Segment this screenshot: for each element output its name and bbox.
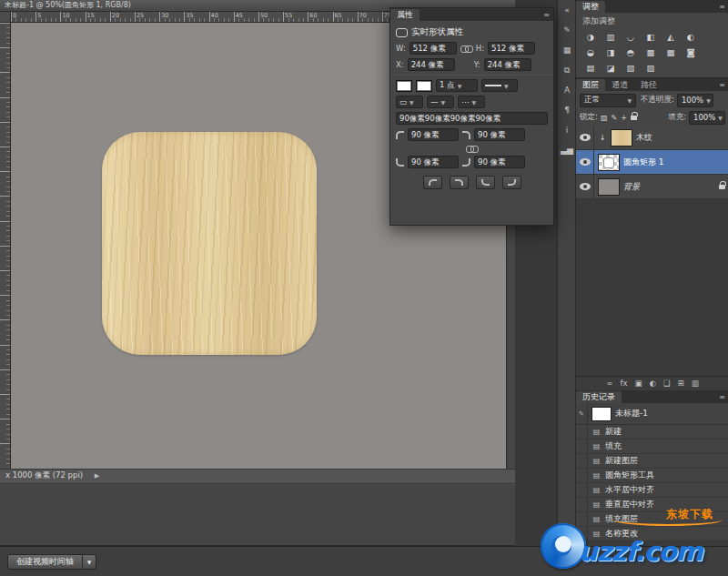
lock-all-icon[interactable] bbox=[631, 116, 637, 120]
status-flyout-arrow-icon[interactable]: ▶ bbox=[95, 472, 99, 480]
color-lookup-icon[interactable]: ▦ bbox=[661, 45, 681, 60]
brightness-contrast-icon[interactable]: ◑ bbox=[581, 29, 601, 45]
panel-menu-icon[interactable]: ≡ bbox=[543, 11, 550, 19]
histogram-panel-icon[interactable]: ▃▅ bbox=[558, 140, 576, 160]
link-layers-icon[interactable]: ∞ bbox=[606, 379, 612, 388]
opacity-dropdown[interactable]: 100%▼ bbox=[677, 94, 713, 107]
history-brush-source-cell[interactable]: ✎ bbox=[576, 403, 588, 424]
swatches-icon[interactable]: ▦ bbox=[558, 40, 576, 60]
history-source-cell[interactable] bbox=[576, 440, 588, 453]
photo-filter-icon[interactable]: ◓ bbox=[621, 45, 641, 60]
layer-mask-icon[interactable]: ▣ bbox=[634, 379, 642, 388]
layer-thumbnail[interactable] bbox=[611, 129, 632, 147]
ruler-origin-corner[interactable] bbox=[0, 12, 11, 23]
exposure-icon[interactable]: ◧ bbox=[641, 29, 661, 45]
stroke-corner-dropdown[interactable]: ⋯▼ bbox=[458, 96, 485, 108]
history-source-cell[interactable] bbox=[576, 483, 588, 497]
stroke-cap-dropdown[interactable]: —▼ bbox=[427, 96, 454, 108]
corner-radius-summary-field[interactable]: 90像素90像素90像素90像素 bbox=[396, 112, 548, 125]
layer-row-rounded-rectangle[interactable]: 圆角矩形 1 bbox=[576, 150, 728, 175]
radius-top-left-field[interactable]: 90 像素 bbox=[408, 128, 459, 141]
history-entry[interactable]: 填充 bbox=[576, 440, 728, 454]
lock-transparency-icon[interactable]: ▨ bbox=[601, 114, 608, 122]
tab-channels[interactable]: 通道 bbox=[605, 79, 634, 91]
history-entry[interactable]: 新建图层 bbox=[576, 454, 728, 469]
eye-icon[interactable] bbox=[580, 183, 591, 190]
history-source-cell[interactable] bbox=[576, 454, 588, 468]
panel-menu-icon[interactable]: ≡ bbox=[719, 393, 725, 401]
history-source-cell[interactable] bbox=[576, 469, 588, 482]
tab-properties[interactable]: 属性 bbox=[390, 9, 420, 21]
history-source-cell[interactable] bbox=[576, 425, 588, 439]
history-step-name[interactable]: 水平居中对齐 bbox=[605, 484, 654, 496]
black-white-icon[interactable]: ◨ bbox=[601, 45, 621, 60]
levels-icon[interactable]: ▥ bbox=[601, 29, 621, 45]
layer-style-icon[interactable]: fx bbox=[620, 379, 627, 388]
vertical-ruler[interactable] bbox=[0, 23, 11, 469]
x-field[interactable]: 244 像素 bbox=[408, 58, 455, 71]
panel-menu-icon[interactable]: ≡ bbox=[719, 3, 725, 11]
visibility-cell[interactable] bbox=[576, 126, 594, 149]
eye-icon[interactable] bbox=[580, 134, 591, 141]
layer-row-wood[interactable]: ↓ 木纹 bbox=[576, 126, 728, 150]
radius-bottom-right-field[interactable]: 90 像素 bbox=[474, 156, 525, 168]
new-layer-icon[interactable]: ⊞ bbox=[678, 379, 684, 388]
tab-layers[interactable]: 图层 bbox=[576, 79, 605, 91]
radius-top-right-field[interactable]: 90 像素 bbox=[474, 128, 525, 141]
stroke-width-dropdown[interactable]: 1 点▼ bbox=[436, 79, 478, 92]
history-step-name[interactable]: 新建图层 bbox=[605, 455, 638, 467]
lock-pixels-icon[interactable]: ✎ bbox=[611, 114, 617, 122]
fill-color-swatch[interactable] bbox=[396, 80, 412, 92]
history-entry[interactable]: 水平居中对齐 bbox=[576, 483, 728, 498]
info-panel-icon[interactable]: i bbox=[558, 120, 576, 140]
pathfinder-button-3[interactable] bbox=[476, 176, 495, 189]
link-corner-radii-icon[interactable] bbox=[466, 145, 478, 152]
radius-bottom-left-field[interactable]: 90 像素 bbox=[408, 156, 459, 168]
stroke-align-dropdown[interactable]: ▭▼ bbox=[396, 96, 423, 108]
layer-thumbnail[interactable] bbox=[598, 178, 620, 196]
panel-menu-icon[interactable]: ≡ bbox=[719, 81, 725, 89]
curves-icon[interactable]: ◡ bbox=[621, 29, 641, 45]
blend-mode-dropdown[interactable]: 正常▼ bbox=[580, 94, 636, 107]
visibility-cell[interactable] bbox=[576, 175, 594, 198]
link-dimensions-icon[interactable] bbox=[460, 45, 472, 52]
delete-layer-icon[interactable]: ▥ bbox=[692, 379, 699, 388]
posterize-icon[interactable]: ▤ bbox=[581, 60, 601, 76]
create-video-timeline-button[interactable]: 创建视频时间轴 bbox=[7, 554, 83, 570]
history-entry[interactable]: 新建 bbox=[576, 425, 728, 440]
invert-icon[interactable]: ◙ bbox=[681, 45, 701, 60]
hue-saturation-icon[interactable]: ◐ bbox=[681, 29, 701, 45]
eye-icon[interactable] bbox=[580, 158, 591, 166]
tab-paths[interactable]: 路径 bbox=[634, 79, 663, 91]
layer-thumbnail[interactable] bbox=[598, 154, 620, 171]
brush-presets-icon[interactable]: ✎ bbox=[558, 20, 576, 40]
layer-name[interactable]: 木纹 bbox=[636, 132, 652, 144]
gradient-map-icon[interactable]: ▨ bbox=[641, 60, 661, 76]
vibrance-icon[interactable]: ◭ bbox=[661, 29, 681, 45]
width-field[interactable]: 512 像素 bbox=[410, 42, 457, 55]
pathfinder-button-1[interactable] bbox=[423, 176, 442, 189]
paragraph-panel-icon[interactable]: ¶ bbox=[558, 100, 576, 120]
layer-group-icon[interactable]: ❑ bbox=[663, 379, 671, 388]
history-step-name[interactable]: 新建 bbox=[605, 426, 622, 438]
adjustment-layer-icon[interactable]: ◐ bbox=[649, 379, 655, 388]
history-entry[interactable]: 圆角矩形工具 bbox=[576, 469, 728, 483]
color-balance-icon[interactable]: ◒ bbox=[581, 45, 601, 60]
collapse-panels-icon[interactable]: « bbox=[558, 0, 576, 20]
stroke-style-dropdown[interactable]: ▼ bbox=[481, 79, 518, 92]
layer-name[interactable]: 圆角矩形 1 bbox=[623, 157, 664, 168]
character-panel-icon[interactable]: A bbox=[558, 80, 576, 100]
layer-name[interactable]: 背景 bbox=[623, 181, 640, 193]
pathfinder-button-2[interactable] bbox=[450, 176, 469, 189]
history-snapshot-row[interactable]: ✎ 未标题-1 bbox=[576, 403, 728, 425]
selective-color-icon[interactable]: ▧ bbox=[621, 60, 641, 76]
clone-source-icon[interactable]: ⧉ bbox=[558, 60, 576, 80]
history-step-name[interactable]: 圆角矩形工具 bbox=[605, 470, 654, 481]
history-step-name[interactable]: 填充 bbox=[605, 440, 622, 452]
snapshot-name[interactable]: 未标题-1 bbox=[615, 408, 648, 419]
stroke-color-swatch[interactable] bbox=[416, 80, 432, 92]
pathfinder-button-4[interactable] bbox=[502, 176, 521, 189]
threshold-icon[interactable]: ◪ bbox=[601, 60, 621, 76]
wood-rounded-rectangle-shape[interactable] bbox=[102, 132, 317, 355]
visibility-cell[interactable] bbox=[576, 150, 594, 174]
